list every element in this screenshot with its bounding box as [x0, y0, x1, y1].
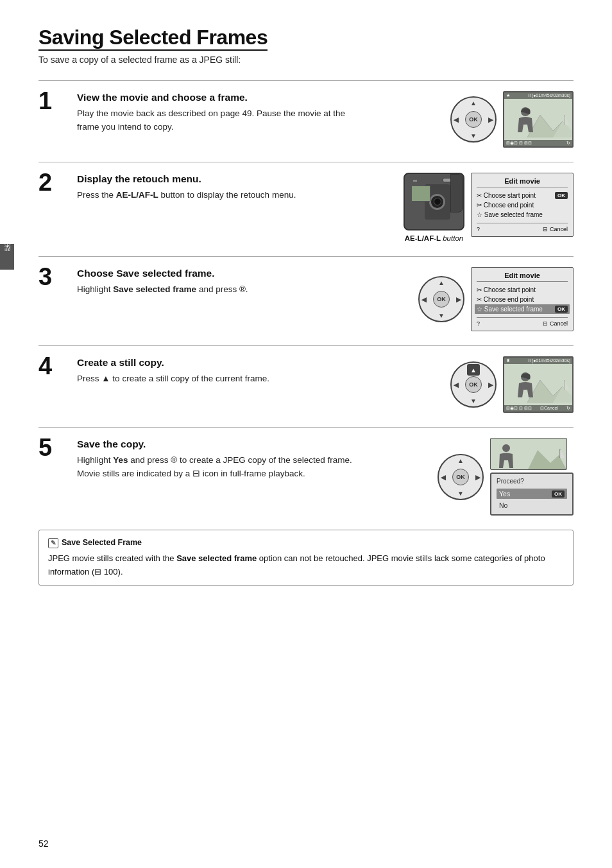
dpad-up-4-highlight: ▲ [467, 364, 480, 376]
dpad-step1: ▲ ▼ ◀ ▶ OK [450, 96, 497, 143]
svg-marker-8 [565, 380, 570, 390]
screen-bottom-bar: ⊞◉⊡ ⊟ ⊞⊟ ↻ [504, 140, 572, 146]
step-1-number: 1 [38, 89, 71, 113]
page-title: Saving Selected Frames [38, 26, 268, 51]
edit-menu-s3-item-3-highlighted: ☆ Save selected frame OK [475, 304, 570, 314]
mountain-small [528, 444, 566, 469]
person-silhouette-4 [516, 372, 535, 403]
dpad-down-4: ▼ [470, 397, 477, 404]
camera-lens-inner [434, 198, 441, 205]
proceed-prompt: Proceed? [497, 478, 567, 485]
step-5: 5 Save the copy. Highlight Yes and press… [38, 427, 574, 516]
camera-grip [450, 174, 463, 213]
dpad-right-3: ▶ [456, 296, 461, 303]
edit-s3-icon-2: ✂ Choose end point [477, 296, 534, 303]
ok-badge-1: OK [555, 192, 568, 199]
step-1-images: ▲ ▼ ◀ ▶ OK ★ II [●01m45s/02m30s] [375, 91, 574, 148]
edit-menu-screen-step3: Edit movie ✂ Choose start point ✂ Choose… [471, 267, 574, 331]
dpad-4: ▲ ▼ ◀ ▶ OK [450, 361, 497, 408]
svg-marker-12 [560, 449, 565, 458]
ae-label: AE-L/AF-L button [405, 234, 463, 242]
dpad-step4: ▲ ▼ ◀ ▶ OK [450, 361, 497, 408]
step-3-number: 3 [38, 265, 71, 289]
dpad-step3: ▲ ▼ ◀ ▶ OK [418, 276, 464, 322]
dpad: ▲ ▼ ◀ ▶ OK [450, 96, 497, 143]
subtitle: To save a copy of a selected frame as a … [38, 55, 574, 65]
step-3-images: ▲ ▼ ◀ ▶ OK Edit movie ✂ Choose start poi… [375, 267, 574, 331]
step-3: 3 Choose Save selected frame. Highlight … [38, 256, 574, 331]
dpad-left-5: ◀ [441, 473, 446, 480]
screen-rotate-4: ↻ [566, 406, 570, 411]
step-4: 4 Create a still copy. Press ▲ to create… [38, 345, 574, 413]
svg-marker-3 [565, 115, 570, 125]
step-1: 1 View the movie and choose a frame. Pla… [38, 80, 574, 148]
camera-screen-step1: ★ II [●01m45s/02m30s] [503, 91, 574, 148]
note-icon: ✎ [48, 538, 58, 548]
ok-badge-s3: OK [555, 306, 568, 313]
screen-timer-4: II [●01m45s/02m30s] [528, 358, 570, 363]
edit-menu-item-1: ✂ Choose start point OK [477, 191, 568, 200]
screen-bottom-bar-4: ⊞◉⊡ ⊟ ⊞⊟ ⊟Cancel ↻ [504, 405, 572, 412]
step-5-number: 5 [38, 435, 71, 460]
note-title: ✎ Save Selected Frame [48, 537, 564, 549]
screen-bottom-icons: ⊞◉⊡ ⊟ ⊞⊟ [506, 141, 532, 146]
dpad-5: ▲ ▼ ◀ ▶ OK [438, 454, 484, 500]
dpad-left-4: ◀ [454, 381, 459, 388]
edit-icon-2: ✂ Choose end point [477, 202, 534, 209]
step-2: 2 Display the retouch menu. Press the AE… [38, 162, 574, 242]
left-tab: 栞 [0, 244, 14, 270]
step-2-images: AE-L/AF-L button Edit movie ✂ Choose sta… [375, 173, 574, 242]
screen-cancel-4: ⊟Cancel [540, 406, 558, 411]
screen-star-icon: ★ [506, 93, 510, 98]
edit-menu-footer-3: ? ⊟ Cancel [477, 317, 568, 327]
no-label: No [499, 501, 507, 509]
step-5-desc: Highlight Yes and press ® to create a JP… [77, 454, 368, 481]
step-4-images: ▲ ▼ ◀ ▶ OK ♜ II [●01m45s/02m30s] [375, 356, 574, 413]
screen-bottom-icons-4: ⊞◉⊡ ⊟ ⊞⊟ [506, 406, 532, 411]
screen-timer-info: II [●01m45s/02m30s] [528, 93, 570, 98]
camera-back-screen [411, 186, 430, 202]
dpad-left-arrow: ◀ [454, 116, 459, 123]
step-3-desc: Highlight Save selected frame and press … [77, 283, 368, 297]
proceed-yes-option: Yes OK [497, 489, 567, 499]
camera-body-wrap: AE-L/AF-L button [404, 173, 464, 242]
dpad-up-4-arrow: ▲ [470, 367, 477, 374]
ok-badge-proceed: OK [552, 490, 565, 498]
screen-info-bar: ★ II [●01m45s/02m30s] [504, 92, 572, 99]
footer-cancel-3: ⊟ Cancel [543, 320, 568, 327]
edit-menu-item-2: ✂ Choose end point [477, 200, 568, 210]
step-2-desc: Press the AE-L/AF-L button to display th… [77, 189, 368, 202]
note-box: ✎ Save Selected Frame JPEG movie stills … [38, 530, 574, 586]
step-4-desc: Press ▲ to create a still copy of the cu… [77, 372, 368, 386]
yes-label: Yes [499, 490, 510, 498]
dpad-up-5: ▲ [457, 457, 464, 464]
screen-star-4: ♜ [506, 358, 510, 363]
edit-menu-item-3: ☆ Save selected frame [477, 210, 568, 220]
edit-menu-footer: ? ⊟ Cancel [477, 223, 568, 232]
step-1-title: View the movie and choose a frame. [77, 91, 368, 104]
dpad-3: ▲ ▼ ◀ ▶ OK [418, 276, 464, 322]
dpad-down-arrow: ▼ [470, 132, 477, 139]
edit-menu-screen-step2: Edit movie ✂ Choose start point OK ✂ Cho… [471, 173, 574, 237]
proceed-options: Yes OK No [497, 489, 567, 510]
dpad-down-5: ▼ [457, 490, 464, 497]
edit-menu-s3-item-2: ✂ Choose end point [477, 295, 568, 304]
dpad-right-arrow: ▶ [488, 116, 493, 123]
dpad-down-3: ▼ [438, 312, 445, 319]
svg-point-13 [502, 444, 510, 452]
edit-icon-3: ☆ Save selected frame [477, 211, 543, 218]
edit-menu-title: Edit movie [477, 177, 568, 187]
dpad-ok-4: OK [465, 376, 482, 393]
camera-body [404, 173, 464, 230]
edit-menu-title-3: Edit movie [477, 272, 568, 282]
proceed-no-option: No [497, 500, 567, 510]
step-4-number: 4 [38, 354, 71, 378]
step-4-title: Create a still copy. [77, 356, 368, 369]
footer-cancel: ⊟ Cancel [543, 226, 568, 232]
edit-s3-icon-3: ☆ Save selected frame [477, 306, 543, 313]
step-5-images: ▲ ▼ ◀ ▶ OK Proceed? [375, 438, 574, 516]
dpad-ok-button: OK [465, 111, 482, 128]
proceed-dialog: Proceed? Yes OK No [490, 473, 574, 516]
note-title-text: Save Selected Frame [62, 537, 142, 549]
person-silhouette [516, 107, 535, 137]
